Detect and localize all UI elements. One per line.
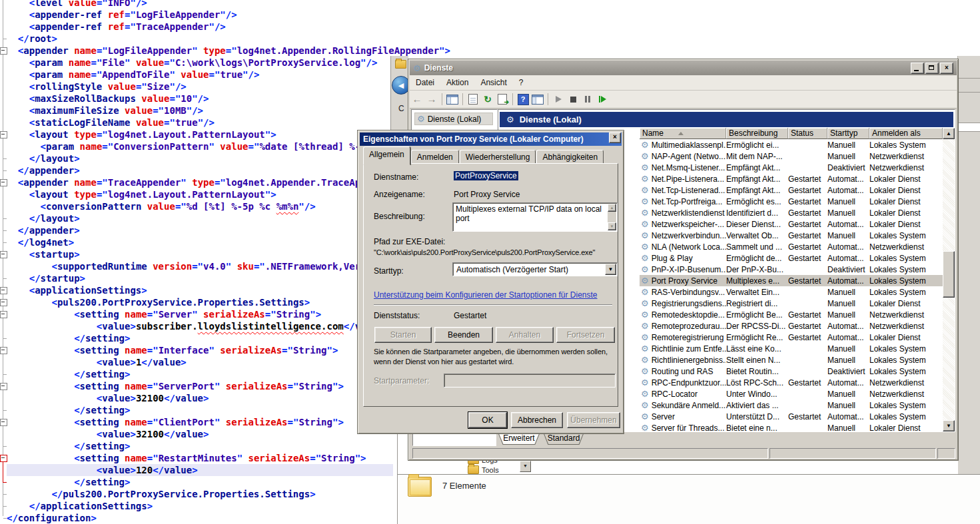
code-line[interactable]: </root> (7, 33, 450, 45)
table-row[interactable]: ⚙ServerUnterstützt D...GestartetAutomat.… (640, 411, 943, 422)
table-row[interactable]: ⚙Netzwerkverbindun...Verwaltet Ob...Gest… (640, 230, 943, 241)
code-line[interactable]: </applicationSettings> (7, 500, 450, 512)
console-tree-icon[interactable] (446, 93, 459, 105)
table-row[interactable]: ⚙Remotedesktopdie...Ermöglicht Be...Gest… (640, 309, 943, 320)
column-header-anmeldenals[interactable]: Anmelden als (869, 128, 943, 139)
table-row[interactable]: ⚙NetzwerklistendienstIdentifiziert d...G… (640, 207, 943, 218)
beschreibung-textbox[interactable]: Multiplexes external TCP/IP data on loca… (452, 202, 618, 232)
column-header-name[interactable]: Name (640, 128, 726, 139)
table-row[interactable]: ⚙RemoteregistrierungErmöglicht Re...Gest… (640, 332, 943, 343)
beenden-button[interactable]: Beenden (434, 327, 493, 343)
anhalten-button[interactable]: Anhalten (496, 327, 554, 343)
table-row[interactable]: ⚙RPC-LocatorUnter Windo...ManuellNetzwer… (640, 388, 943, 399)
refresh-icon[interactable]: ↻ (481, 93, 494, 105)
table-row[interactable]: ⚙Net.Msmq-Listener...Empfängt Akt...Deak… (640, 162, 943, 173)
code-line[interactable]: </setting> (7, 440, 450, 452)
table-row[interactable]: ⚙Net.Pipe-Listenera...Empfängt Akt...Ges… (640, 173, 943, 184)
pause-service-icon[interactable] (581, 93, 594, 105)
abbrechen-button[interactable]: Abbrechen (511, 412, 563, 428)
code-line[interactable]: <appender name="LogFileAppender" type="l… (7, 45, 450, 57)
table-row[interactable]: ⚙Netzwerkspeicher-...Dieser Dienst...Ges… (640, 218, 943, 230)
new-window-icon[interactable] (531, 93, 544, 105)
bernehmen-button[interactable]: Übernehmen (567, 412, 620, 428)
list-item[interactable]: Tools (468, 465, 499, 474)
scroll-down-button[interactable]: ▼ (608, 222, 616, 230)
ok-button[interactable]: OK (468, 412, 507, 428)
dialog-titlebar[interactable]: Eigenschaften von Port Proxy Service (Lo… (360, 132, 622, 146)
table-row[interactable]: ⚙Richtlinie zum Entfe...Lässt eine Ko...… (640, 343, 943, 354)
code-line[interactable]: <rollingStyle value="Size"/> (7, 81, 450, 93)
table-row[interactable]: ⚙Routing und RASBietet Routin...Deaktivi… (640, 366, 943, 377)
fortsetzen-button[interactable]: Fortsetzen (556, 327, 615, 343)
start-service-icon[interactable] (552, 93, 565, 105)
table-row[interactable]: ⚙Net.Tcp-Portfreiga...Ermöglicht es...Ge… (640, 196, 943, 207)
services-titlebar[interactable]: ⚙ Dienste × (410, 61, 957, 75)
code-line[interactable]: <level value="INFO"/> (7, 0, 450, 9)
starttyp-combobox[interactable]: Automatisch (Verzögerter Start) ▼ (452, 262, 618, 276)
service-name: Sekundäre Anmeld... (652, 401, 726, 410)
code-line[interactable]: <staticLogFileName value="true"/> (7, 117, 450, 129)
column-header-status[interactable]: Status (788, 128, 827, 139)
scroll-up-button[interactable]: ▲ (608, 204, 616, 212)
tree-item-dienste-lokal[interactable]: ⚙ Dienste (Lokal) (414, 113, 493, 125)
startparameter-input[interactable] (444, 374, 616, 388)
dienstname-value[interactable]: PortProxyService (454, 171, 518, 180)
table-row[interactable]: ⚙Plug & PlayErmöglicht de...GestartetAut… (640, 252, 943, 264)
textbox-scrollbar[interactable]: ▲ ▼ (608, 204, 616, 230)
table-row[interactable]: ⚙Richtlinienergebniss...Stellt einen N..… (640, 354, 943, 366)
code-line[interactable]: <appender-ref ref="LogFileAppender"/> (7, 9, 450, 21)
service-description: Der RPCSS-Di... (726, 322, 788, 331)
table-row[interactable]: ⚙NAP-Agent (Netwo...Mit dem NAP-...Manue… (640, 150, 943, 162)
starten-button[interactable]: Starten (374, 327, 432, 343)
table-row[interactable]: ⚙Registrierungsdiens...Registriert di...… (640, 298, 943, 309)
code-line[interactable]: <param name="File" value="C:\work\logs\P… (7, 57, 450, 69)
table-row[interactable]: ⚙RPC-Endpunktzuor...Löst RPC-Sch...Gesta… (640, 377, 943, 388)
code-line[interactable]: </setting> (7, 476, 450, 488)
code-line[interactable]: </puls200.PortProxyService.Properties.Se… (7, 488, 450, 500)
table-row[interactable]: ⚙Port Proxy ServiceMultiplexes e...Gesta… (640, 275, 943, 286)
table-row[interactable]: ⚙Multimediaklassenpl...Ermöglicht ei...M… (640, 139, 943, 150)
vertical-scrollbar[interactable]: ▲ ▼ (943, 128, 955, 431)
close-button[interactable]: × (940, 63, 953, 74)
scrollbar-thumb[interactable] (943, 251, 955, 298)
minimize-button[interactable] (911, 63, 924, 74)
scroll-up-button[interactable]: ▲ (943, 128, 955, 139)
table-row[interactable]: ⚙Remoteprozedurau...Der RPCSS-Di...Gesta… (640, 320, 943, 332)
table-row[interactable]: ⚙NLA (Network Loca...Sammelt und ...Gest… (640, 241, 943, 252)
column-header-beschreibung[interactable]: Beschreibung (726, 128, 788, 139)
code-line[interactable]: <maxSizeRollBackups value="10"/> (7, 93, 450, 105)
beschreibung-text: Multiplexes external TCP/IP data on loca… (456, 204, 606, 223)
startparameter-label: Startparameter: (374, 376, 429, 386)
maximize-button[interactable] (925, 63, 939, 74)
menu-item-?[interactable]: ? (513, 78, 530, 87)
dropdown-arrow-button[interactable]: ▼ (520, 461, 531, 472)
properties-icon[interactable] (466, 93, 480, 105)
export-list-icon[interactable] (496, 93, 509, 105)
tab-allgemein[interactable]: Allgemein (363, 146, 410, 165)
code-line[interactable]: <param name="AppendToFile" value="true"/… (7, 69, 450, 81)
table-row[interactable]: ⚙PnP-X-IP-Busenum...Der PnP-X-Bu...Deakt… (640, 264, 943, 275)
table-row[interactable]: ⚙Server für Threads...Bietet eine n...Ma… (640, 422, 943, 431)
column-header-starttyp[interactable]: Starttyp (827, 128, 869, 139)
code-line[interactable]: <setting name="RestartMinutes" serialize… (7, 452, 450, 464)
code-line[interactable]: <value>120</value> (7, 464, 393, 476)
table-row[interactable]: ⚙Sekundäre Anmeld...Aktiviert das ...Man… (640, 399, 943, 411)
menu-item-datei[interactable]: Datei (410, 78, 440, 87)
help-icon[interactable]: ? (516, 93, 530, 105)
close-icon[interactable]: × (609, 132, 621, 143)
stop-service-icon[interactable] (566, 93, 580, 105)
code-line[interactable]: <maximumFileSize value="10MB"/> (7, 105, 450, 117)
chevron-down-icon[interactable]: ▼ (605, 264, 616, 275)
table-row[interactable]: ⚙RAS-Verbindungsv...Verwaltet Ein...Manu… (640, 286, 943, 298)
code-line[interactable]: <appender-ref ref="TraceAppender"/> (7, 21, 450, 33)
scroll-down-button[interactable]: ▼ (943, 420, 955, 431)
back-icon[interactable]: ← (410, 93, 424, 105)
table-row[interactable]: ⚙Net.Tcp-Listenerad...Empfängt Akt...Ges… (640, 184, 943, 196)
forward-icon[interactable]: → (425, 93, 438, 105)
service-starttype: Manuell (827, 390, 869, 399)
startoptions-help-link[interactable]: Unterstützung beim Konfigurieren der Sta… (374, 290, 598, 300)
menu-item-ansicht[interactable]: Ansicht (474, 78, 512, 87)
code-line[interactable]: </configuration> (7, 512, 450, 524)
service-gear-icon: ⚙ (641, 390, 649, 398)
menu-item-aktion[interactable]: Aktion (440, 78, 474, 87)
